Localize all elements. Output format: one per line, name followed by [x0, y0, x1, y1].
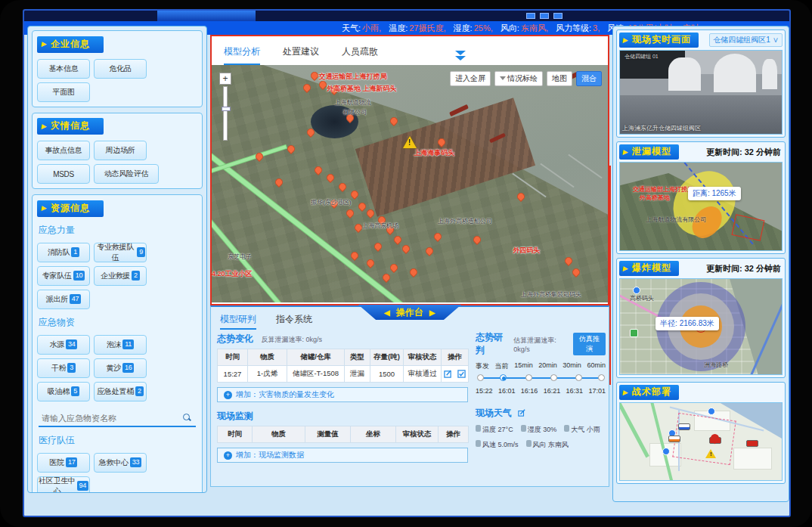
- fire-truck-icon[interactable]: [746, 440, 758, 447]
- window-minimize-button[interactable]: [526, 13, 535, 19]
- maptype-map-button[interactable]: 地图: [547, 71, 572, 86]
- police-station-button[interactable]: 派出所47: [37, 290, 90, 309]
- count-badge: 2: [132, 271, 140, 281]
- map-marker[interactable]: [571, 267, 581, 277]
- tab-model-analysis[interactable]: 模型分析: [224, 45, 260, 65]
- incident-warning-icon[interactable]: [403, 136, 417, 148]
- simulation-run-button[interactable]: 仿真推演: [573, 333, 606, 355]
- leak-model-map[interactable]: 交通运输部上海打捞局 外高桥基地 上海航道物流有限公司 距离: 1265米: [619, 162, 783, 251]
- zoom-slider-handle[interactable]: [222, 107, 231, 111]
- situation-judge-label: 态势研判: [476, 331, 509, 357]
- tab-model-judgement[interactable]: 模型研判: [220, 313, 256, 330]
- disaster-info-section: ▶ 灾情信息 事故点信息 周边场所 MSDS 动态风险评估: [32, 113, 203, 190]
- banner-right-arrow-icon[interactable]: ▶: [429, 308, 435, 317]
- search-icon[interactable]: [183, 414, 191, 422]
- map-marker[interactable]: [365, 258, 376, 268]
- edit-weather-icon[interactable]: [518, 409, 525, 417]
- col-header: 时间: [218, 349, 248, 366]
- collapse-chevron-icon[interactable]: [454, 51, 467, 60]
- add-monitor-data-button[interactable]: + 增加：现场监测数据: [217, 448, 468, 463]
- incident-point-button[interactable]: 事故点信息: [37, 141, 90, 160]
- map-marker[interactable]: [337, 181, 348, 192]
- map-marker[interactable]: [408, 267, 419, 277]
- map-marker[interactable]: [389, 115, 399, 126]
- police-car-icon[interactable]: [678, 423, 690, 430]
- ambulance-icon[interactable]: [668, 436, 680, 442]
- map-marker[interactable]: [357, 200, 367, 211]
- map-marker[interactable]: [472, 234, 482, 244]
- window-maximize-button[interactable]: [540, 13, 549, 19]
- button-label: 应急处置桶: [97, 386, 134, 397]
- map-marker[interactable]: [424, 246, 435, 256]
- tab-command-system[interactable]: 指令系统: [276, 313, 312, 330]
- explosion-model-map[interactable]: 高桥码头 洲海路桥 半径: 2166.83米: [619, 278, 783, 375]
- timeline-radio-4[interactable]: [575, 374, 582, 381]
- tab-disposal-advice[interactable]: 处置建议: [283, 45, 319, 65]
- satellite-map[interactable]: 交通运输部上海打捞局外高桥基地 上海新码头上海航道物流有限公司上海海事码头振华(…: [212, 65, 608, 302]
- approve-icon[interactable]: [457, 370, 466, 378]
- live-video-header: ▶ 现场实时画面: [619, 33, 699, 48]
- wx-name: 湿度: [528, 426, 541, 433]
- timeline-radio-0[interactable]: [477, 374, 484, 381]
- map-marker[interactable]: [313, 165, 324, 175]
- fire-brigade-button[interactable]: 消防队1: [37, 243, 90, 262]
- map-marker[interactable]: [274, 177, 284, 188]
- risk-assessment-button[interactable]: 动态风险评估: [94, 164, 159, 184]
- timeline-radio-3[interactable]: [550, 374, 557, 381]
- tab-evacuation[interactable]: 人员疏散: [342, 45, 378, 65]
- banner-left-arrow-icon[interactable]: ◀: [384, 308, 390, 317]
- hazchem-button[interactable]: 危化品: [94, 59, 147, 79]
- enterprise-rescue-button[interactable]: 企业救援2: [94, 266, 147, 286]
- msds-button[interactable]: MSDS: [37, 164, 90, 184]
- pro-rescue-team-button[interactable]: 专业救援队伍9: [94, 243, 147, 262]
- map-marker[interactable]: [432, 231, 443, 242]
- zoom-in-button[interactable]: +: [219, 73, 231, 85]
- sand-button[interactable]: 黄沙16: [94, 358, 147, 378]
- map-marker[interactable]: [349, 250, 360, 261]
- map-marker[interactable]: [380, 272, 391, 283]
- timeline-labels: 事发 当前 15min 20min 30min 60min: [476, 361, 606, 371]
- map-marker[interactable]: [516, 191, 526, 202]
- supply-search-input[interactable]: [40, 413, 183, 423]
- resource-info-header: ▶ 资源信息: [37, 200, 104, 217]
- map-marker[interactable]: [302, 82, 312, 92]
- tactical-map[interactable]: [619, 402, 783, 481]
- map-marker[interactable]: [373, 241, 383, 252]
- map-marker[interactable]: [392, 234, 403, 244]
- timeline-radio-2[interactable]: [525, 374, 532, 381]
- map-marker[interactable]: [325, 172, 336, 183]
- timeline-radio-5[interactable]: [598, 374, 605, 381]
- oil-absorbent-button[interactable]: 吸油棉5: [37, 382, 90, 401]
- community-health-button[interactable]: 社区卫生中心94: [37, 476, 90, 494]
- col-header: 物质: [253, 426, 305, 443]
- map-marker[interactable]: [563, 256, 574, 266]
- dry-powder-button[interactable]: 干粉3: [37, 358, 90, 378]
- expert-team-button[interactable]: 专家队伍10: [37, 266, 90, 286]
- warning-triangle-icon[interactable]: [705, 449, 716, 458]
- hospital-button[interactable]: 医院17: [37, 453, 90, 473]
- window-close-button[interactable]: [553, 13, 563, 19]
- camera-select-dropdown[interactable]: 仓储四罐组阀区1 ∨: [709, 33, 783, 47]
- map-marker[interactable]: [389, 262, 399, 273]
- back-calc-rate-value: 0kg/s: [305, 336, 322, 343]
- maptype-hybrid-button[interactable]: 混合: [576, 71, 602, 86]
- edit-icon[interactable]: [444, 370, 452, 378]
- map-marker[interactable]: [345, 208, 355, 219]
- map-marker[interactable]: [286, 144, 296, 154]
- zoom-slider[interactable]: [223, 86, 228, 141]
- console-banner[interactable]: ◀ 操作台 ▶: [358, 305, 461, 320]
- timeline-radio-1[interactable]: [500, 374, 507, 381]
- floorplan-button[interactable]: 平面图: [37, 82, 90, 102]
- basic-info-button[interactable]: 基本信息: [37, 59, 90, 79]
- foam-button[interactable]: 泡沫11: [94, 335, 147, 355]
- emergency-center-button[interactable]: 急救中心33: [94, 453, 147, 473]
- live-video-frame[interactable]: 仓储四罐组 01 上海浦东亿升仓储四罐组阀区: [619, 50, 783, 135]
- map-marker[interactable]: [365, 208, 376, 219]
- surroundings-button[interactable]: 周边场所: [94, 141, 147, 160]
- add-material-change-button[interactable]: + 增加：灾害物质的量发生变化: [217, 387, 468, 402]
- disposal-barrel-button[interactable]: 应急处置桶2: [94, 382, 147, 401]
- water-source-button[interactable]: 水源34: [37, 335, 90, 355]
- situation-plot-button[interactable]: 情况标绘: [494, 71, 543, 86]
- fullscreen-button[interactable]: 进入全屏: [450, 71, 491, 86]
- map-marker[interactable]: [401, 243, 411, 254]
